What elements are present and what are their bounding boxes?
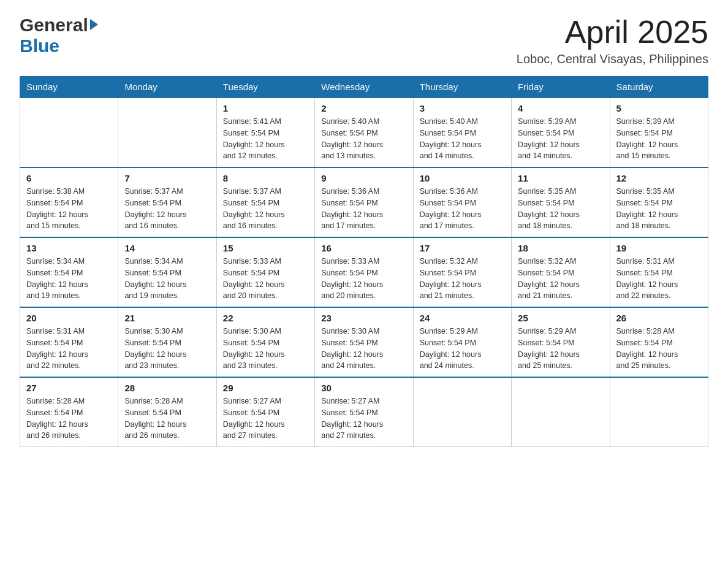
day-number: 23 (321, 313, 406, 323)
day-number: 25 (518, 313, 603, 323)
day-number: 29 (223, 383, 308, 393)
day-info: Sunrise: 5:33 AM Sunset: 5:54 PM Dayligh… (223, 256, 308, 302)
calendar-day-8: 8Sunrise: 5:37 AM Sunset: 5:54 PM Daylig… (216, 167, 314, 237)
day-number: 19 (616, 243, 702, 253)
calendar-header-wednesday: Wednesday (315, 77, 413, 98)
calendar-header-sunday: Sunday (20, 77, 118, 98)
day-info: Sunrise: 5:37 AM Sunset: 5:54 PM Dayligh… (223, 186, 308, 232)
calendar-day-empty (413, 377, 511, 447)
day-info: Sunrise: 5:35 AM Sunset: 5:54 PM Dayligh… (518, 186, 603, 232)
day-number: 4 (518, 103, 603, 113)
day-number: 22 (223, 313, 308, 323)
calendar-day-30: 30Sunrise: 5:27 AM Sunset: 5:54 PM Dayli… (315, 377, 413, 447)
calendar-day-empty (20, 98, 118, 167)
day-number: 17 (420, 243, 505, 253)
calendar-day-2: 2Sunrise: 5:40 AM Sunset: 5:54 PM Daylig… (315, 98, 413, 167)
calendar-day-5: 5Sunrise: 5:39 AM Sunset: 5:54 PM Daylig… (610, 98, 708, 167)
logo-triangle-icon (90, 19, 98, 30)
day-info: Sunrise: 5:41 AM Sunset: 5:54 PM Dayligh… (223, 116, 308, 162)
day-info: Sunrise: 5:27 AM Sunset: 5:54 PM Dayligh… (223, 396, 308, 442)
calendar-day-18: 18Sunrise: 5:32 AM Sunset: 5:54 PM Dayli… (512, 237, 610, 307)
month-title: April 2025 (517, 15, 708, 50)
day-number: 20 (26, 313, 112, 323)
calendar-day-25: 25Sunrise: 5:29 AM Sunset: 5:54 PM Dayli… (512, 307, 610, 377)
day-number: 3 (420, 103, 505, 113)
calendar-day-21: 21Sunrise: 5:30 AM Sunset: 5:54 PM Dayli… (118, 307, 216, 377)
day-info: Sunrise: 5:27 AM Sunset: 5:54 PM Dayligh… (321, 396, 406, 442)
calendar-day-27: 27Sunrise: 5:28 AM Sunset: 5:54 PM Dayli… (20, 377, 118, 447)
day-info: Sunrise: 5:30 AM Sunset: 5:54 PM Dayligh… (223, 326, 308, 372)
day-info: Sunrise: 5:29 AM Sunset: 5:54 PM Dayligh… (518, 326, 603, 372)
day-info: Sunrise: 5:30 AM Sunset: 5:54 PM Dayligh… (321, 326, 406, 372)
page-header: General Blue April 2025 Loboc, Central V… (20, 15, 708, 66)
day-number: 18 (518, 243, 603, 253)
day-info: Sunrise: 5:34 AM Sunset: 5:54 PM Dayligh… (124, 256, 210, 302)
day-number: 15 (223, 243, 308, 253)
day-info: Sunrise: 5:39 AM Sunset: 5:54 PM Dayligh… (616, 116, 702, 162)
calendar-day-7: 7Sunrise: 5:37 AM Sunset: 5:54 PM Daylig… (118, 167, 216, 237)
day-info: Sunrise: 5:31 AM Sunset: 5:54 PM Dayligh… (616, 256, 702, 302)
day-number: 6 (26, 173, 112, 183)
logo-general-text: General (20, 15, 88, 36)
calendar-table: SundayMondayTuesdayWednesdayThursdayFrid… (20, 76, 708, 447)
day-number: 27 (26, 383, 112, 393)
day-number: 24 (420, 313, 505, 323)
calendar-week-row: 1Sunrise: 5:41 AM Sunset: 5:54 PM Daylig… (20, 98, 708, 167)
calendar-header-tuesday: Tuesday (216, 77, 314, 98)
calendar-header-friday: Friday (512, 77, 610, 98)
calendar-header-thursday: Thursday (413, 77, 511, 98)
day-number: 2 (321, 103, 406, 113)
calendar-day-29: 29Sunrise: 5:27 AM Sunset: 5:54 PM Dayli… (216, 377, 314, 447)
day-info: Sunrise: 5:28 AM Sunset: 5:54 PM Dayligh… (26, 396, 112, 442)
calendar-day-1: 1Sunrise: 5:41 AM Sunset: 5:54 PM Daylig… (216, 98, 314, 167)
day-number: 1 (223, 103, 308, 113)
calendar-day-24: 24Sunrise: 5:29 AM Sunset: 5:54 PM Dayli… (413, 307, 511, 377)
calendar-day-12: 12Sunrise: 5:35 AM Sunset: 5:54 PM Dayli… (610, 167, 708, 237)
calendar-day-empty (610, 377, 708, 447)
calendar-week-row: 13Sunrise: 5:34 AM Sunset: 5:54 PM Dayli… (20, 237, 708, 307)
logo: General Blue (20, 15, 98, 56)
calendar-day-23: 23Sunrise: 5:30 AM Sunset: 5:54 PM Dayli… (315, 307, 413, 377)
day-number: 12 (616, 173, 702, 183)
day-info: Sunrise: 5:36 AM Sunset: 5:54 PM Dayligh… (420, 186, 505, 232)
location-title: Loboc, Central Visayas, Philippines (517, 52, 708, 66)
day-info: Sunrise: 5:32 AM Sunset: 5:54 PM Dayligh… (518, 256, 603, 302)
day-number: 5 (616, 103, 702, 113)
calendar-day-15: 15Sunrise: 5:33 AM Sunset: 5:54 PM Dayli… (216, 237, 314, 307)
calendar-day-4: 4Sunrise: 5:39 AM Sunset: 5:54 PM Daylig… (512, 98, 610, 167)
day-info: Sunrise: 5:29 AM Sunset: 5:54 PM Dayligh… (420, 326, 505, 372)
day-number: 13 (26, 243, 112, 253)
calendar-day-3: 3Sunrise: 5:40 AM Sunset: 5:54 PM Daylig… (413, 98, 511, 167)
day-number: 7 (124, 173, 210, 183)
calendar-day-16: 16Sunrise: 5:33 AM Sunset: 5:54 PM Dayli… (315, 237, 413, 307)
day-info: Sunrise: 5:30 AM Sunset: 5:54 PM Dayligh… (124, 326, 210, 372)
calendar-week-row: 27Sunrise: 5:28 AM Sunset: 5:54 PM Dayli… (20, 377, 708, 447)
calendar-day-22: 22Sunrise: 5:30 AM Sunset: 5:54 PM Dayli… (216, 307, 314, 377)
calendar-day-empty (512, 377, 610, 447)
calendar-day-13: 13Sunrise: 5:34 AM Sunset: 5:54 PM Dayli… (20, 237, 118, 307)
day-info: Sunrise: 5:28 AM Sunset: 5:54 PM Dayligh… (124, 396, 210, 442)
calendar-header-row: SundayMondayTuesdayWednesdayThursdayFrid… (20, 77, 708, 98)
day-info: Sunrise: 5:39 AM Sunset: 5:54 PM Dayligh… (518, 116, 603, 162)
calendar-day-11: 11Sunrise: 5:35 AM Sunset: 5:54 PM Dayli… (512, 167, 610, 237)
day-info: Sunrise: 5:28 AM Sunset: 5:54 PM Dayligh… (616, 326, 702, 372)
calendar-day-9: 9Sunrise: 5:36 AM Sunset: 5:54 PM Daylig… (315, 167, 413, 237)
day-info: Sunrise: 5:40 AM Sunset: 5:54 PM Dayligh… (420, 116, 505, 162)
day-info: Sunrise: 5:34 AM Sunset: 5:54 PM Dayligh… (26, 256, 112, 302)
day-number: 10 (420, 173, 505, 183)
calendar-day-17: 17Sunrise: 5:32 AM Sunset: 5:54 PM Dayli… (413, 237, 511, 307)
day-info: Sunrise: 5:31 AM Sunset: 5:54 PM Dayligh… (26, 326, 112, 372)
calendar-day-28: 28Sunrise: 5:28 AM Sunset: 5:54 PM Dayli… (118, 377, 216, 447)
day-number: 16 (321, 243, 406, 253)
day-info: Sunrise: 5:40 AM Sunset: 5:54 PM Dayligh… (321, 116, 406, 162)
day-number: 30 (321, 383, 406, 393)
calendar-week-row: 6Sunrise: 5:38 AM Sunset: 5:54 PM Daylig… (20, 167, 708, 237)
calendar-header-monday: Monday (118, 77, 216, 98)
calendar-day-10: 10Sunrise: 5:36 AM Sunset: 5:54 PM Dayli… (413, 167, 511, 237)
day-number: 28 (124, 383, 210, 393)
day-number: 9 (321, 173, 406, 183)
day-number: 11 (518, 173, 603, 183)
calendar-day-empty (118, 98, 216, 167)
day-info: Sunrise: 5:38 AM Sunset: 5:54 PM Dayligh… (26, 186, 112, 232)
calendar-day-26: 26Sunrise: 5:28 AM Sunset: 5:54 PM Dayli… (610, 307, 708, 377)
